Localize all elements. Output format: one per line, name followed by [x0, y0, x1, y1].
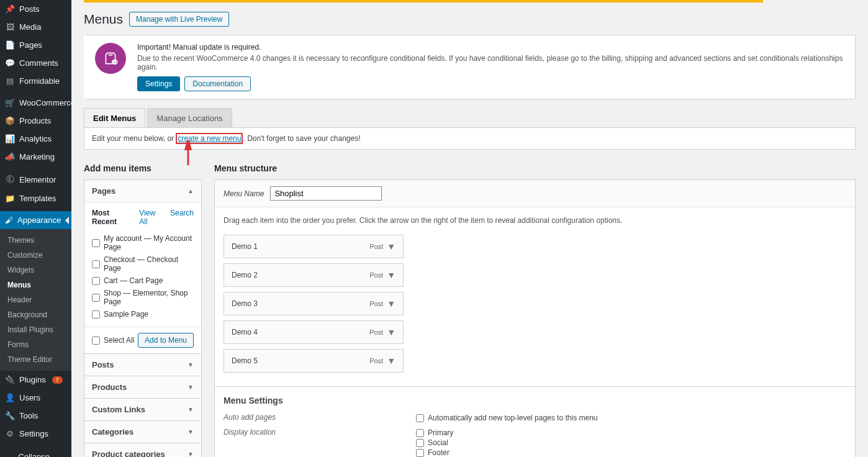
accordion-pages-head[interactable]: Pages ▲ — [84, 180, 201, 202]
menu-edit-box: Menu Name Drag each item into the order … — [214, 179, 856, 457]
sidebar-sub-theme-editor[interactable]: Theme Editor — [0, 352, 71, 367]
sidebar-item-posts[interactable]: 📌Posts — [0, 0, 71, 18]
menu-item-title: Demo 1 — [232, 242, 258, 251]
page-checkbox[interactable] — [92, 239, 100, 247]
chevron-down-icon[interactable]: ▼ — [387, 270, 396, 280]
select-all-checkbox[interactable] — [92, 337, 100, 345]
chevron-down-icon: ▼ — [188, 384, 194, 391]
accordion-head[interactable]: Custom Links▼ — [84, 399, 201, 420]
notice-docs-button[interactable]: Documentation — [184, 76, 251, 91]
menu-name-input[interactable] — [270, 186, 382, 201]
chevron-up-icon: ▲ — [188, 188, 194, 194]
menu-structure-item[interactable]: Demo 1Post▼ — [224, 235, 404, 258]
page-option[interactable]: Cart — Cart Page — [92, 274, 194, 287]
auto-add-option[interactable]: Automatically add new top-level pages to… — [416, 413, 598, 423]
sidebar-sub-forms[interactable]: Forms — [0, 337, 71, 352]
collapse-menu[interactable]: ◀ Collapse menu — [0, 448, 71, 457]
sidebar-item-settings[interactable]: ⚙Settings — [0, 425, 71, 443]
sidebar-item-elementor[interactable]: ⒺElementor — [0, 170, 71, 189]
sidebar-item-label: Users — [19, 393, 40, 402]
sidebar-sub-header[interactable]: Header — [0, 292, 71, 307]
page-option[interactable]: Checkout — Checkout Page — [92, 253, 194, 274]
sidebar-item-pages[interactable]: 📄Pages — [0, 36, 71, 54]
menu-item-type: Post — [369, 300, 383, 307]
select-all-label[interactable]: Select All — [92, 334, 134, 346]
sidebar-item-label: Appearance — [17, 215, 61, 225]
sidebar-item-tools[interactable]: 🔧Tools — [0, 407, 71, 425]
sidebar-sub-background[interactable]: Background — [0, 307, 71, 322]
sidebar-sub-menus[interactable]: Menus — [0, 278, 71, 292]
collapse-label: Collapse menu — [18, 452, 66, 457]
sidebar-item-products[interactable]: 📦Products — [0, 112, 71, 130]
sidebar-item-templates[interactable]: 📁Templates — [0, 189, 71, 207]
subtab-search[interactable]: Search — [170, 209, 194, 226]
location-checkbox[interactable] — [416, 439, 424, 447]
accordion-head[interactable]: Posts▼ — [84, 354, 201, 376]
menu-icon: 🔧 — [5, 411, 15, 420]
add-to-menu-button[interactable]: Add to Menu — [138, 333, 194, 348]
notice-settings-button[interactable]: Settings — [137, 76, 180, 91]
chevron-down-icon[interactable]: ▼ — [387, 356, 396, 366]
chevron-down-icon[interactable]: ▼ — [387, 327, 396, 337]
menu-structure-item[interactable]: Demo 4Post▼ — [224, 320, 404, 344]
sidebar-item-appearance[interactable]: 🖌Appearance — [0, 211, 71, 229]
accordion-pages: Pages ▲ Most Recent View All Search My a… — [84, 179, 202, 354]
chevron-down-icon[interactable]: ▼ — [387, 242, 396, 251]
subtab-most-recent[interactable]: Most Recent — [92, 209, 132, 226]
add-items-heading: Add menu items — [84, 163, 202, 173]
sidebar-item-media[interactable]: 🖼Media — [0, 18, 71, 36]
sidebar-sub-customize[interactable]: Customize — [0, 248, 71, 263]
tab-manage-locations[interactable]: Manage Locations — [147, 108, 232, 128]
menu-structure-item[interactable]: Demo 5Post▼ — [224, 349, 404, 373]
sidebar-sub-widgets[interactable]: Widgets — [0, 263, 71, 278]
location-checkbox[interactable] — [416, 429, 424, 437]
location-option-primary[interactable]: Primary — [416, 428, 453, 438]
menu-icon: 📣 — [5, 152, 15, 161]
accordion-categories: Categories▼ — [84, 420, 202, 443]
sidebar-item-woocommerce[interactable]: 🛒WooCommerce — [0, 94, 71, 112]
sidebar-item-label: Analytics — [19, 134, 52, 143]
page-checkbox[interactable] — [92, 260, 100, 268]
chevron-down-icon: ▼ — [188, 428, 194, 435]
admin-sidebar: 📌Posts🖼Media📄Pages💬Comments▤Formidable🛒W… — [0, 0, 71, 457]
accordion-custom-links: Custom Links▼ — [84, 398, 202, 421]
notice-line2: Due to the recent WooCommerce 4.0 change… — [137, 54, 846, 71]
page-option[interactable]: My account — My Account Page — [92, 232, 194, 253]
annotation-arrow — [179, 140, 197, 166]
sidebar-sub-themes[interactable]: Themes — [0, 233, 71, 248]
tab-edit-menus[interactable]: Edit Menus — [84, 108, 145, 129]
create-new-menu-link[interactable]: create a new menu — [176, 133, 243, 144]
menu-icon: 📁 — [5, 194, 15, 203]
helper-bar: Edit your menu below, or create a new me… — [84, 127, 856, 150]
page-checkbox[interactable] — [92, 277, 100, 285]
page-checkbox[interactable] — [92, 294, 100, 302]
menu-item-title: Demo 3 — [232, 299, 258, 308]
accordion-head[interactable]: Product categories▼ — [84, 443, 201, 457]
menu-structure-item[interactable]: Demo 3Post▼ — [224, 292, 404, 315]
sidebar-item-analytics[interactable]: 📊Analytics — [0, 130, 71, 148]
sidebar-item-users[interactable]: 👤Users — [0, 389, 71, 407]
page-option[interactable]: Sample Page — [92, 308, 194, 320]
chevron-down-icon[interactable]: ▼ — [387, 299, 396, 309]
count-badge: 7 — [52, 376, 63, 384]
accordion-head[interactable]: Products▼ — [84, 376, 201, 398]
auto-add-label: Auto add pages — [224, 413, 416, 423]
accordion-head[interactable]: Categories▼ — [84, 421, 201, 443]
page-checkbox[interactable] — [92, 310, 100, 319]
page-option[interactable]: Shop — Elementor, Shop Page — [92, 287, 194, 308]
drag-hint: Drag each item into the order you prefer… — [224, 216, 846, 225]
sidebar-item-comments[interactable]: 💬Comments — [0, 54, 71, 72]
location-option-footer[interactable]: Footer — [416, 448, 453, 457]
sidebar-item-formidable[interactable]: ▤Formidable — [0, 72, 71, 90]
sidebar-item-marketing[interactable]: 📣Marketing — [0, 148, 71, 166]
subtab-view-all[interactable]: View All — [139, 209, 163, 226]
location-checkbox[interactable] — [416, 449, 424, 457]
location-option-social[interactable]: Social — [416, 438, 453, 448]
sidebar-sub-install-plugins[interactable]: Install Plugins — [0, 322, 71, 337]
auto-add-checkbox[interactable] — [416, 414, 424, 422]
live-preview-button[interactable]: Manage with Live Preview — [129, 12, 229, 27]
sidebar-item-plugins[interactable]: 🔌Plugins7 — [0, 371, 71, 389]
menu-icon: 📊 — [5, 134, 15, 143]
notice-icon: + — [95, 43, 126, 74]
menu-structure-item[interactable]: Demo 2Post▼ — [224, 263, 404, 287]
